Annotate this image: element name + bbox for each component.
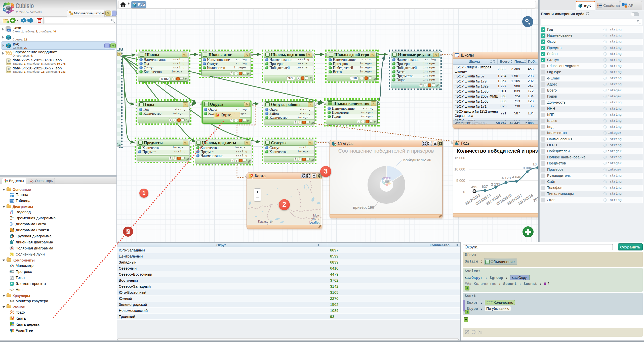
svg-text:Мон: Мон	[313, 214, 319, 217]
svg-text:10 7: 10 7	[533, 162, 538, 166]
svg-text:15 000: 15 000	[454, 156, 465, 160]
svg-text:призёр: 190: призёр: 190	[353, 205, 374, 209]
svg-text:9 006: 9 006	[523, 166, 532, 170]
svg-text:SQL: SQL	[8, 29, 11, 31]
svg-text:0: 0	[463, 190, 465, 194]
svg-text:JSON: JSON	[7, 71, 11, 73]
svg-text:{}: {}	[8, 68, 10, 70]
svg-text:2018/2: 2018/2	[533, 193, 538, 203]
svg-text:10 000: 10 000	[454, 167, 465, 171]
svg-text:4 173: 4 173	[502, 176, 511, 180]
svg-text:2 131: 2 131	[491, 182, 500, 186]
svg-text:627: 627	[482, 185, 488, 189]
svg-text:495: 495	[471, 185, 477, 189]
svg-text:победитель: 36: победитель: 36	[403, 158, 431, 162]
svg-text:JSON: JSON	[7, 63, 11, 65]
svg-text:Қазақстан: Қазақстан	[258, 220, 273, 223]
svg-text:{}: {}	[8, 60, 10, 62]
svg-text:4 646: 4 646	[512, 175, 521, 179]
svg-text:5 000: 5 000	[456, 179, 465, 183]
svg-text:улс ʹө: улс ʹө	[311, 217, 319, 221]
